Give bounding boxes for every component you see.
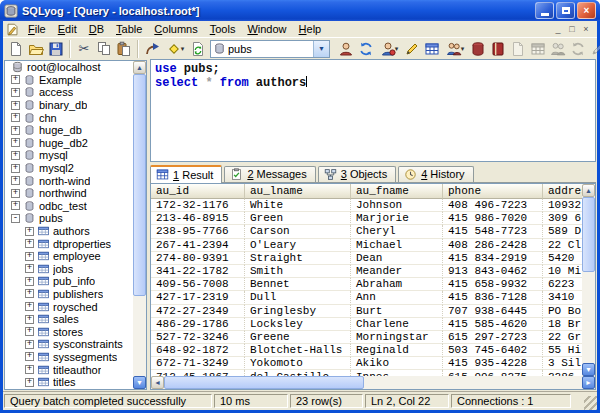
cell[interactable]: 527-72-3246: [151, 331, 245, 344]
chevron-down-icon[interactable]: ▾: [461, 45, 465, 53]
tab-history[interactable]: 4 History: [398, 166, 473, 182]
cell[interactable]: 309 6: [543, 212, 582, 225]
maximize-button[interactable]: [556, 2, 575, 19]
table-row[interactable]: 267-41-2394O'LearyMichael408 286-242822 …: [151, 239, 582, 252]
execute-query-button[interactable]: [142, 39, 162, 59]
mdi-close-icon[interactable]: ×: [579, 23, 593, 36]
cell[interactable]: Greene: [245, 331, 351, 344]
expand-icon[interactable]: +: [25, 327, 34, 336]
cell[interactable]: Straight: [245, 252, 351, 265]
grid-vertical-scrollbar[interactable]: ▲ ▼: [582, 184, 595, 376]
cell[interactable]: 341-22-1782: [151, 265, 245, 278]
cell[interactable]: 672-71-3249: [151, 357, 245, 370]
cell[interactable]: White: [245, 199, 351, 212]
tree-item-db-binary_db[interactable]: +binary_db: [5, 99, 146, 112]
tab-messages[interactable]: 2 Messages: [224, 166, 315, 182]
expand-icon[interactable]: +: [11, 101, 20, 110]
column-header-au_fname[interactable]: au_fname: [351, 184, 443, 199]
cell[interactable]: 589 D: [543, 225, 582, 238]
refresh-query-button[interactable]: [188, 39, 208, 59]
cell[interactable]: Cheryl: [351, 225, 443, 238]
tree-item-db-pubs[interactable]: -pubs: [5, 212, 146, 225]
column-header-address[interactable]: address: [543, 184, 582, 199]
chevron-down-icon[interactable]: ▼: [313, 41, 329, 57]
grid-horizontal-scrollbar[interactable]: ◄ ►: [151, 376, 595, 389]
menu-edit[interactable]: Edit: [52, 22, 83, 37]
expand-icon[interactable]: +: [11, 113, 20, 122]
tree-item-db-odbc_test[interactable]: +odbc_test: [5, 200, 146, 213]
cell[interactable]: 615 297-2723: [443, 331, 543, 344]
tree-item-db-northwind[interactable]: +northwind: [5, 187, 146, 200]
cell[interactable]: 408 496-7223: [443, 199, 543, 212]
cell[interactable]: Marjorie: [351, 212, 443, 225]
tree-scroll-thumb[interactable]: [133, 74, 146, 296]
cell[interactable]: 3410: [543, 291, 582, 304]
cell[interactable]: 913 843-0462: [443, 265, 543, 278]
cell[interactable]: Gringlesby: [245, 305, 351, 318]
cell[interactable]: 22 Cl: [543, 239, 582, 252]
cell[interactable]: Charlene: [351, 318, 443, 331]
expand-icon[interactable]: +: [25, 239, 34, 248]
cell[interactable]: PO Bo: [543, 305, 582, 318]
cell[interactable]: 5420: [543, 252, 582, 265]
database-combobox[interactable]: pubs▼: [210, 40, 330, 58]
cell[interactable]: Dull: [245, 291, 351, 304]
scroll-down-icon[interactable]: ▼: [582, 363, 595, 376]
execute-mode-button[interactable]: ▾: [162, 39, 188, 59]
tree-item-table-stores[interactable]: +stores: [5, 325, 146, 338]
cell[interactable]: Johnson: [351, 199, 443, 212]
expand-icon[interactable]: +: [11, 151, 20, 160]
tree-item-db-huge_db[interactable]: +huge_db: [5, 124, 146, 137]
tree-item-table-titles[interactable]: +titles: [5, 376, 146, 389]
cell[interactable]: 707 938-6445: [443, 305, 543, 318]
cell[interactable]: Bennet: [245, 278, 351, 291]
column-header-phone[interactable]: phone: [443, 184, 543, 199]
mdi-restore-icon[interactable]: □: [565, 23, 579, 36]
tree-item-db-Example[interactable]: +Example: [5, 74, 146, 87]
expand-icon[interactable]: +: [25, 340, 34, 349]
cell[interactable]: 503 745-6402: [443, 344, 543, 357]
paste-button[interactable]: [114, 39, 134, 59]
cell[interactable]: Yokomoto: [245, 357, 351, 370]
cut-button[interactable]: ✂: [74, 39, 94, 59]
export-data-button[interactable]: [488, 39, 508, 59]
flush-tools-button[interactable]: [468, 39, 488, 59]
expand-icon[interactable]: +: [25, 352, 34, 361]
table-row[interactable]: 409-56-7008BennetAbraham415 658-99326223: [151, 278, 582, 291]
cell[interactable]: 213-46-8915: [151, 212, 245, 225]
cell[interactable]: Carson: [245, 225, 351, 238]
cell[interactable]: Smith: [245, 265, 351, 278]
cell[interactable]: 267-41-2394: [151, 239, 245, 252]
expand-icon[interactable]: +: [25, 378, 34, 387]
cell[interactable]: Locksley: [245, 318, 351, 331]
cell[interactable]: Akiko: [351, 357, 443, 370]
menu-db[interactable]: DB: [83, 22, 110, 37]
sql-editor[interactable]: use pubs;select * from authors: [150, 59, 596, 162]
tree-item-table-roysched[interactable]: +roysched: [5, 300, 146, 313]
expand-icon[interactable]: +: [11, 88, 20, 97]
tree-item-db-north-wind[interactable]: +north-wind: [5, 174, 146, 187]
expand-icon[interactable]: +: [25, 365, 34, 374]
tree-item-server[interactable]: root@localhost: [5, 61, 146, 74]
cell[interactable]: 6223: [543, 278, 582, 291]
cell[interactable]: Abraham: [351, 278, 443, 291]
menu-file[interactable]: File: [22, 22, 52, 37]
cell[interactable]: 408 286-2428: [443, 239, 543, 252]
tree-item-table-jobs[interactable]: +jobs: [5, 263, 146, 276]
cell[interactable]: Burt: [351, 305, 443, 318]
cell[interactable]: 3 Sil: [543, 357, 582, 370]
expand-icon[interactable]: +: [25, 289, 34, 298]
cell[interactable]: 274-80-9391: [151, 252, 245, 265]
new-connection-button[interactable]: [336, 39, 356, 59]
tree-item-table-publishers[interactable]: +publishers: [5, 288, 146, 301]
expand-icon[interactable]: +: [25, 277, 34, 286]
cell[interactable]: 648-92-1872: [151, 344, 245, 357]
tree-item-db-mysql2[interactable]: +mysql2: [5, 162, 146, 175]
cell[interactable]: Meander: [351, 265, 443, 278]
cell[interactable]: 172-32-1176: [151, 199, 245, 212]
tree-item-table-pub_info[interactable]: +pub_info: [5, 275, 146, 288]
cell[interactable]: 238-95-7766: [151, 225, 245, 238]
cell[interactable]: Blotchet-Halls: [245, 344, 351, 357]
menu-columns[interactable]: Columns: [148, 22, 203, 37]
cell[interactable]: 409-56-7008: [151, 278, 245, 291]
